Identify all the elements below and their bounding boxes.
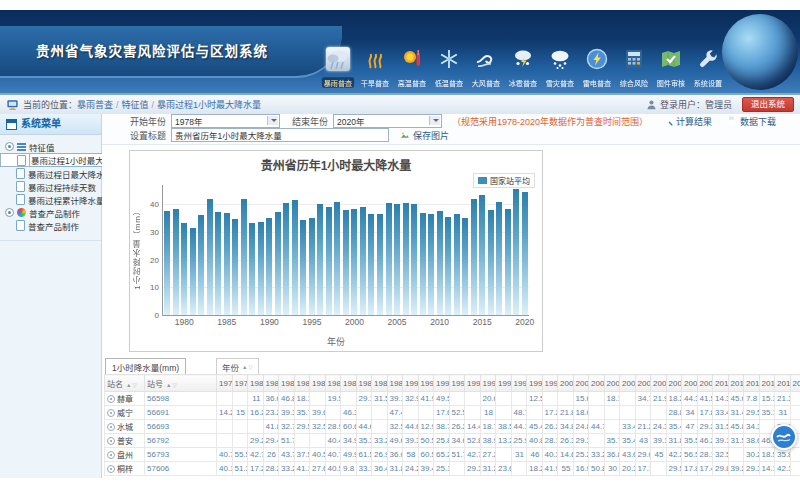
cell-56691-2014: 31 <box>775 406 791 420</box>
table-row-56598[interactable]: 赫章565981136.646.818.119.529.131.539.132.… <box>105 392 800 406</box>
cell-56792-1993: 34.6 <box>449 434 465 448</box>
col-year-1999[interactable]: 1999 <box>542 375 558 392</box>
chevron-down-icon[interactable] <box>429 116 440 125</box>
col-year-1998[interactable]: 1998 <box>527 375 543 392</box>
col-year-1984[interactable]: 1984 <box>310 375 326 392</box>
nav-rainstorm[interactable]: 暴雨普查 <box>319 47 356 90</box>
col-year-2000[interactable]: 2000 <box>558 375 574 392</box>
col-year-2007[interactable]: 2007 <box>666 375 682 392</box>
end-year-select[interactable]: 2020年 <box>333 114 442 128</box>
table-header-row: 站名▲▽站号▲▽19781979198019811982198319841985… <box>105 375 800 392</box>
start-year-select[interactable]: 1978年 <box>171 114 280 128</box>
sidebar-group-1[interactable]: 普查产品制作 <box>0 206 101 219</box>
sidebar-item-0-1[interactable]: 暴雨过程日最大降水量 <box>0 167 101 180</box>
col-year-1997[interactable]: 1997 <box>511 375 527 392</box>
breadcrumb-link-1[interactable]: 特征值 <box>122 100 149 110</box>
nav-heat[interactable]: 高温普查 <box>393 47 430 90</box>
sort-icons[interactable]: ▲▽ <box>126 382 137 388</box>
col-year-2008[interactable]: 2008 <box>682 375 698 392</box>
col-year-2012[interactable]: 2012 <box>744 375 760 392</box>
col-year-2013[interactable]: 2013 <box>759 375 775 392</box>
col-year-1995[interactable]: 1995 <box>480 375 496 392</box>
col-year-2003[interactable]: 2003 <box>604 375 620 392</box>
expand-toggle-icon[interactable] <box>5 208 14 217</box>
sidebar-item-0-3[interactable]: 暴雨过程累计降水量 <box>0 193 101 206</box>
col-station-id[interactable]: 站号▲▽ <box>145 375 217 392</box>
cell-56793-2004: 43.6 <box>620 448 636 462</box>
col-year-1982[interactable]: 1982 <box>279 375 295 392</box>
bar-2019 <box>513 189 519 315</box>
nav-snow[interactable]: 雪灾普查 <box>541 47 578 90</box>
expand-toggle-icon[interactable] <box>5 142 14 151</box>
col-year-1991[interactable]: 1991 <box>418 375 434 392</box>
expand-row-icon[interactable] <box>107 395 115 403</box>
nav-hail[interactable]: 冰雹普查 <box>504 47 541 90</box>
col-year-1994[interactable]: 1994 <box>465 375 481 392</box>
col-year-1989[interactable]: 1989 <box>387 375 403 392</box>
col-year-2006[interactable]: 2006 <box>651 375 667 392</box>
calc-result-button[interactable]: circle cx="6" cy="6" r="4" fill="none" s… <box>662 115 712 128</box>
col-year-2011[interactable]: 2011 <box>728 375 744 392</box>
logout-button[interactable]: 退出系统 <box>742 97 794 112</box>
sidebar-item-0-2[interactable]: 暴雨过程持续天数 <box>0 180 101 193</box>
col-year-1986[interactable]: 1986 <box>341 375 357 392</box>
table-row-57606[interactable]: 桐梓5760640.151.317.228.233.241.127.640.59… <box>105 462 800 476</box>
col-year-1993[interactable]: 1993 <box>449 375 465 392</box>
col-year-1981[interactable]: 1981 <box>263 375 279 392</box>
table-row-56691[interactable]: 威宁5669114.21516.223.239.335.739.646.347.… <box>105 406 800 420</box>
nav-review[interactable]: 图件审核 <box>652 47 689 90</box>
expand-row-icon[interactable] <box>107 409 115 417</box>
table-row-56793[interactable]: 盘州5679340.755.542.72643.737.540.540.749.… <box>105 448 800 462</box>
cell-56693-1988 <box>372 420 388 434</box>
breadcrumb-link-2[interactable]: 暴雨过程1小时最大降水量 <box>157 100 261 110</box>
nav-cold[interactable]: 低温普查 <box>430 47 467 90</box>
sort-icons[interactable]: ▲▽ <box>166 382 177 388</box>
sidebar-item-1-0[interactable]: 普查产品制作 <box>0 219 101 232</box>
col-year-1987[interactable]: 1987 <box>356 375 372 392</box>
table-row-56792[interactable]: 普安5679229.229.451.740.434.935.333.249.63… <box>105 434 800 448</box>
nav-wind[interactable]: 大风普查 <box>467 47 504 90</box>
col-year-2014[interactable]: 2014 <box>775 375 791 392</box>
cell-56792-1982: 51.7 <box>279 434 295 448</box>
col-year-2002[interactable]: 2002 <box>589 375 605 392</box>
col-year-1988[interactable]: 1988 <box>372 375 388 392</box>
col-year-2010[interactable]: 2010 <box>713 375 729 392</box>
col-year-2015[interactable]: 2015 <box>790 375 800 392</box>
col-year-2005[interactable]: 2005 <box>635 375 651 392</box>
col-year-1980[interactable]: 1980 <box>248 375 264 392</box>
col-year-1996[interactable]: 1996 <box>496 375 512 392</box>
col-year-1978[interactable]: 1978 <box>217 375 233 392</box>
col-year-1992[interactable]: 1992 <box>434 375 450 392</box>
chart-title-input[interactable] <box>171 128 389 142</box>
col-year-1983[interactable]: 1983 <box>294 375 310 392</box>
sort-icons[interactable]: ▲▽ <box>242 364 253 370</box>
sidebar-group-0[interactable]: 特征值 <box>0 140 101 153</box>
col-year-1990[interactable]: 1990 <box>403 375 419 392</box>
col-year-2001[interactable]: 2001 <box>573 375 589 392</box>
login-user-label: 登录用户：管理员 <box>660 98 732 111</box>
nav-settings[interactable]: 系统设置 <box>689 47 726 90</box>
col-station-name[interactable]: 站名▲▽ <box>105 375 145 392</box>
expand-row-icon[interactable] <box>107 437 115 445</box>
cell-56691-1982: 39.3 <box>279 406 295 420</box>
cell-56598-1981: 36.6 <box>263 392 279 406</box>
col-year-2009[interactable]: 2009 <box>697 375 713 392</box>
save-image-button[interactable]: rect x="1" y="2" width="12" height="10" … <box>399 129 449 142</box>
document-icon <box>16 194 25 205</box>
col-year-2004[interactable]: 2004 <box>620 375 636 392</box>
expand-row-icon[interactable] <box>107 423 115 431</box>
col-year-1985[interactable]: 1985 <box>325 375 341 392</box>
expand-row-icon[interactable] <box>107 465 115 473</box>
floating-assistant-button[interactable] <box>770 423 798 451</box>
nav-risk[interactable]: 综合风险 <box>615 47 652 90</box>
chevron-down-icon[interactable] <box>267 116 278 125</box>
data-table-wrap: 站名▲▽站号▲▽19781979198019811982198319841985… <box>104 374 800 476</box>
breadcrumb-link-0[interactable]: 暴雨普查 <box>77 100 113 110</box>
expand-row-icon[interactable] <box>107 451 115 459</box>
data-download-button[interactable]: rect x="1.5" y="1.5" width="11" height="… <box>726 115 776 128</box>
nav-drought[interactable]: 干旱普查 <box>356 47 393 90</box>
col-year-1979[interactable]: 1979 <box>232 375 248 392</box>
nav-lightning[interactable]: 雷电普查 <box>578 47 615 90</box>
bar-2002 <box>368 214 374 315</box>
table-row-56693[interactable]: 水城5669341.832.729.532.528.960.644.632.54… <box>105 420 800 434</box>
